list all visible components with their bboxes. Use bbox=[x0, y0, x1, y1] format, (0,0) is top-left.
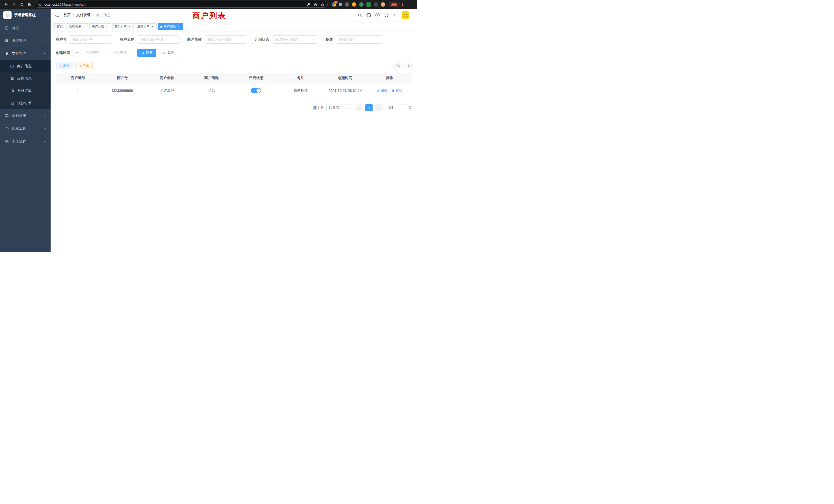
breadcrumb-item[interactable]: 首页 bbox=[63, 13, 71, 18]
hamburger-icon[interactable] bbox=[54, 13, 60, 18]
breadcrumb-item[interactable]: 支付管理 bbox=[76, 13, 91, 18]
next-page-button[interactable] bbox=[375, 104, 382, 111]
github-icon[interactable] bbox=[367, 13, 371, 18]
table-header-row: 商户编号 商户号 商户全称 商户简称 开启状态 备注 创建时间 操作 bbox=[56, 73, 412, 84]
delete-link-label: 删除 bbox=[395, 88, 402, 93]
date-separator: - bbox=[106, 51, 107, 55]
sidebar-item-merchant-info[interactable]: 商户信息 bbox=[0, 60, 50, 72]
edit-link-label: 修改 bbox=[381, 88, 388, 93]
bookmark-star-icon[interactable] bbox=[321, 2, 325, 6]
remark-input[interactable] bbox=[336, 36, 383, 44]
filter-row-1: 商户号 商户全称 商户简称 开启状态 请选择开启状态 bbox=[56, 36, 412, 44]
sidebar-item-workflow[interactable]: 工作流程 bbox=[0, 135, 50, 148]
pagination-total-highlight: 共 bbox=[313, 106, 316, 110]
page-size-select[interactable]: 10条/页 bbox=[326, 104, 351, 111]
prev-page-button[interactable] bbox=[356, 104, 363, 111]
select-caret-icon bbox=[346, 107, 349, 109]
cell-status bbox=[234, 84, 278, 98]
extension-globe-icon[interactable] bbox=[345, 2, 349, 7]
tab-close-icon[interactable]: × bbox=[82, 25, 86, 28]
share-icon[interactable] bbox=[313, 3, 317, 6]
sidebar-item-label: 系统管理 bbox=[12, 39, 26, 43]
screen: localhost:1024/pay/merchant 10 bbox=[0, 0, 417, 252]
browser-profile-avatar[interactable] bbox=[381, 2, 385, 7]
short-name-input[interactable] bbox=[205, 36, 247, 44]
tab-merchant-info[interactable]: 商户信息 × bbox=[158, 23, 183, 30]
cell-merchant-id: 1 bbox=[56, 84, 100, 97]
tab-label: 商户信息 bbox=[163, 24, 176, 29]
field-label: 商户全称 bbox=[120, 37, 134, 42]
tab-close-icon[interactable]: × bbox=[151, 25, 154, 28]
sidebar-item-devtools[interactable]: 研发工具 bbox=[0, 122, 50, 135]
export-button[interactable]: 导出 bbox=[75, 62, 93, 69]
font-size-icon[interactable] bbox=[393, 13, 397, 18]
field-label: 备注 bbox=[326, 37, 333, 42]
browser-reload-icon[interactable] bbox=[18, 1, 25, 8]
tab-user-group[interactable]: 用户分组 × bbox=[89, 23, 111, 30]
status-select[interactable]: 请选择开启状态 bbox=[272, 36, 318, 44]
delete-link[interactable]: 删除 bbox=[392, 88, 402, 93]
status-toggle[interactable] bbox=[251, 88, 261, 93]
sidebar-item-refund-order[interactable]: 退款订单 bbox=[0, 97, 50, 109]
sidebar-item-infrastructure[interactable]: 基础设施 bbox=[0, 109, 50, 122]
help-icon[interactable]: ? bbox=[375, 13, 380, 18]
extension-orange-icon[interactable] bbox=[352, 2, 356, 7]
sidebar-item-label: 工作流程 bbox=[12, 139, 26, 144]
goto-page-input[interactable] bbox=[397, 104, 407, 111]
create-time-range-picker[interactable]: 开始日期 - 结束日期 bbox=[73, 49, 134, 57]
sidebar-item-system[interactable]: 系统管理 bbox=[0, 35, 50, 47]
browser-back-icon[interactable] bbox=[3, 1, 10, 8]
refresh-table-button[interactable] bbox=[405, 62, 412, 69]
extension-blue-dot-icon[interactable] bbox=[339, 3, 342, 6]
merchant-no-input[interactable] bbox=[70, 36, 112, 44]
tab-refund-order[interactable]: 退款订单 × bbox=[135, 23, 157, 30]
fullscreen-icon[interactable] bbox=[384, 13, 388, 17]
extension-colorwheel-icon[interactable]: 10 bbox=[332, 2, 336, 7]
sidebar-item-pay-order[interactable]: 支付订单 bbox=[0, 85, 50, 97]
search-button[interactable]: 搜索 bbox=[137, 49, 156, 57]
sidebar-item-home[interactable]: 首页 bbox=[0, 22, 50, 35]
user-avatar[interactable] bbox=[401, 11, 413, 19]
pagination-total-rest: 1 条 bbox=[317, 106, 324, 110]
pikachu-avatar-image bbox=[401, 11, 409, 19]
browser-menu-icon[interactable]: ⋮ bbox=[400, 2, 405, 7]
tab-home[interactable]: 首页 bbox=[54, 23, 65, 30]
tab-pay-order[interactable]: 支付订单 × bbox=[112, 23, 134, 30]
app-logo[interactable]: 芋道管理系统 bbox=[0, 9, 50, 22]
toolbox-icon bbox=[4, 127, 9, 131]
full-name-input[interactable] bbox=[137, 36, 179, 44]
column-header: 创建时间 bbox=[323, 73, 367, 83]
password-key-icon[interactable] bbox=[307, 3, 310, 6]
extension-green-circle-icon[interactable] bbox=[359, 2, 364, 7]
extension-badge: 10 bbox=[334, 1, 338, 4]
site-info-icon[interactable] bbox=[38, 3, 42, 6]
browser-forward-icon[interactable] bbox=[10, 1, 18, 8]
trash-icon bbox=[392, 89, 395, 92]
search-button-label: 搜索 bbox=[146, 50, 153, 55]
toggle-search-button[interactable] bbox=[395, 62, 402, 69]
tab-close-icon[interactable]: × bbox=[105, 25, 109, 28]
sidebar-item-pay[interactable]: ¥ 支付管理 bbox=[0, 47, 50, 60]
tab-close-icon[interactable]: × bbox=[177, 25, 180, 28]
chevron-down-icon bbox=[43, 127, 46, 130]
extension-green-square-icon[interactable] bbox=[367, 2, 371, 7]
extensions-cluster: 10 bbox=[332, 2, 385, 7]
url-bar[interactable]: localhost:1024/pay/merchant bbox=[35, 1, 328, 8]
tab-process-form[interactable]: 流程表单 × bbox=[66, 23, 88, 30]
search-icon[interactable] bbox=[358, 13, 362, 18]
reset-button[interactable]: 重置 bbox=[159, 49, 178, 57]
document-icon bbox=[10, 101, 14, 105]
browser-home-icon[interactable] bbox=[26, 1, 33, 8]
tab-close-icon[interactable]: × bbox=[128, 25, 131, 28]
add-button[interactable]: 新增 bbox=[56, 62, 73, 69]
main-area: 商户列表 首页 / 支付管理 / 商户信息 bbox=[50, 9, 417, 252]
sidebar-item-app-info[interactable]: 应用信息 bbox=[0, 72, 50, 85]
edit-link[interactable]: 修改 bbox=[377, 88, 388, 93]
page-1-button[interactable]: 1 bbox=[366, 104, 373, 111]
browser-update-button[interactable]: 更新 bbox=[389, 2, 399, 7]
url-host: localhost bbox=[44, 3, 57, 6]
tab-label: 用户分组 bbox=[92, 24, 104, 29]
breadcrumb-separator: / bbox=[93, 13, 94, 17]
cell-short-name: 芋艿 bbox=[189, 84, 234, 97]
extensions-puzzle-icon[interactable] bbox=[374, 2, 378, 7]
